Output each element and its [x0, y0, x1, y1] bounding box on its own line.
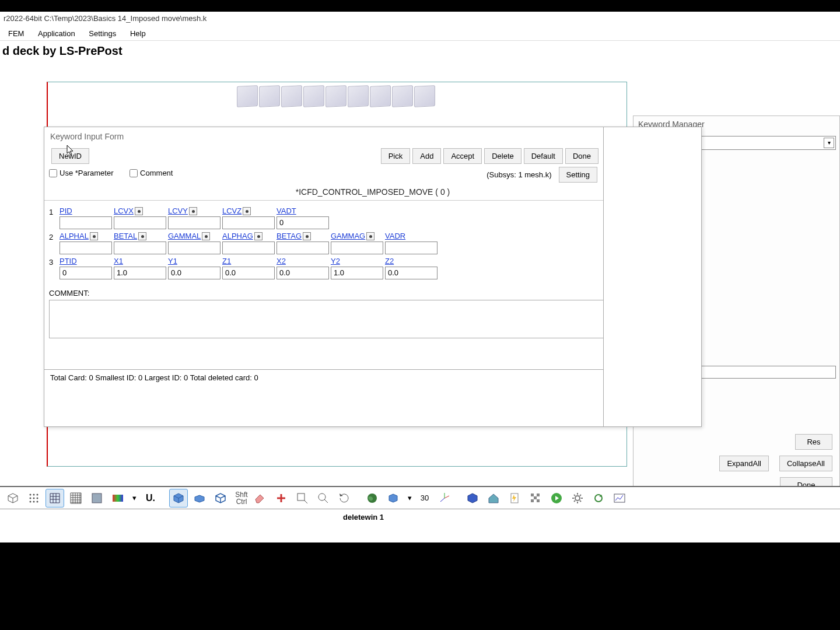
link-dot-icon[interactable]	[366, 232, 374, 240]
link-dot-icon[interactable]	[243, 207, 251, 215]
zoom-box-icon[interactable]	[293, 489, 312, 508]
field-label-ptid[interactable]: PTID	[60, 257, 77, 267]
field-input-x2[interactable]	[276, 267, 329, 279]
unreferenced-icon[interactable]: U.	[141, 489, 160, 508]
field-input-z2[interactable]	[385, 267, 438, 279]
field-label-lcvy[interactable]: LCVY	[168, 206, 188, 216]
link-dot-icon[interactable]	[254, 232, 262, 240]
field-label-pid[interactable]: PID	[60, 206, 72, 216]
field-input-ptid[interactable]	[60, 267, 112, 279]
field-label-alphag[interactable]: ALPHAG	[222, 232, 253, 242]
lightning-file-icon[interactable]	[505, 489, 524, 508]
comment-textarea[interactable]: ▲ ▼	[49, 300, 696, 338]
delete-button[interactable]: Delete	[484, 148, 522, 164]
mesh-grid-icon[interactable]	[46, 489, 64, 508]
field-label-x2[interactable]: X2	[276, 257, 286, 267]
field-label-betag[interactable]: BETAG	[276, 232, 302, 242]
field-label-x1[interactable]: X1	[114, 257, 123, 267]
link-dot-icon[interactable]	[135, 207, 143, 215]
comment-checkbox[interactable]: Comment	[130, 169, 173, 177]
axes-icon[interactable]	[435, 489, 454, 508]
entity-list-pane[interactable]	[603, 127, 701, 426]
field-label-z1[interactable]: Z1	[222, 257, 231, 267]
field-input-alphag[interactable]	[222, 242, 275, 254]
solid-cube-icon[interactable]	[169, 489, 188, 508]
menu-help[interactable]: Help	[124, 28, 152, 39]
rotate-icon[interactable]	[335, 489, 354, 508]
field-input-alphal[interactable]	[60, 242, 112, 254]
blue-cube-icon[interactable]	[463, 489, 482, 508]
wireframe-cube-icon[interactable]	[4, 489, 22, 508]
field-input-vadt[interactable]	[276, 216, 329, 229]
field-input-lcvx[interactable]	[114, 216, 166, 229]
globe-icon[interactable]	[363, 489, 382, 508]
newid-button[interactable]: NewID	[51, 148, 89, 164]
plus-icon[interactable]	[272, 489, 290, 508]
view-cube-icon[interactable]	[326, 85, 346, 107]
field-input-betal[interactable]	[114, 242, 166, 254]
color-contour-icon[interactable]	[108, 489, 127, 508]
home-icon[interactable]	[484, 489, 503, 508]
angle-value[interactable]: 30	[416, 489, 433, 508]
field-label-gammag[interactable]: GAMMAG	[331, 232, 365, 242]
field-input-z1[interactable]	[222, 267, 275, 279]
field-label-y2[interactable]: Y2	[331, 257, 340, 267]
field-label-y1[interactable]: Y1	[168, 257, 177, 267]
link-dot-icon[interactable]	[138, 232, 146, 240]
done-button[interactable]: Done	[565, 148, 598, 164]
link-dot-icon[interactable]	[189, 207, 197, 215]
pick-button[interactable]: Pick	[381, 148, 411, 164]
chart-window-icon[interactable]	[610, 489, 629, 508]
link-dot-icon[interactable]	[202, 232, 210, 240]
link-dot-icon[interactable]	[90, 232, 98, 240]
field-input-vadr[interactable]	[385, 242, 438, 254]
menu-application[interactable]: Application	[32, 28, 81, 39]
field-label-z2[interactable]: Z2	[385, 257, 394, 267]
dropdown-icon[interactable]: ▾	[405, 489, 414, 508]
field-label-lcvx[interactable]: LCVX	[114, 206, 134, 216]
field-input-x1[interactable]	[114, 267, 166, 279]
view-cube-icon[interactable]	[370, 85, 391, 107]
zoom-search-icon[interactable]	[314, 489, 332, 508]
field-label-alphal[interactable]: ALPHAL	[60, 232, 89, 242]
dropdown-icon[interactable]: ▾	[130, 489, 139, 508]
points-icon[interactable]	[24, 489, 43, 508]
field-input-lcvy[interactable]	[168, 216, 220, 229]
link-dot-icon[interactable]	[303, 232, 311, 240]
half-cube-icon[interactable]	[190, 489, 209, 508]
accept-button[interactable]: Accept	[443, 148, 482, 164]
setting-button[interactable]: Setting	[559, 167, 597, 183]
use-parameter-checkbox[interactable]: Use *Parameter	[49, 169, 113, 177]
view-cube-icon[interactable]	[259, 85, 280, 107]
eraser-icon[interactable]	[251, 489, 270, 508]
field-input-gammag[interactable]	[331, 242, 383, 254]
play-icon[interactable]	[547, 489, 566, 508]
field-input-pid[interactable]	[60, 216, 112, 229]
view-cube-icon[interactable]	[392, 85, 413, 107]
menu-fem[interactable]: FEM	[2, 28, 30, 39]
view-cube-icon[interactable]	[303, 85, 324, 107]
field-label-vadr[interactable]: VADR	[385, 232, 405, 242]
add-button[interactable]: Add	[412, 148, 441, 164]
checker-icon[interactable]	[526, 489, 545, 508]
field-label-vadt[interactable]: VADT	[276, 206, 296, 216]
shaded-mesh-icon[interactable]	[88, 489, 106, 508]
reset-button[interactable]: Res	[795, 434, 832, 450]
chevron-down-icon[interactable]: ▾	[824, 138, 834, 148]
field-input-y1[interactable]	[168, 267, 220, 279]
default-button[interactable]: Default	[524, 148, 563, 164]
field-label-lcvz[interactable]: LCVZ	[222, 206, 242, 216]
field-input-lcvz[interactable]	[222, 216, 275, 229]
refresh-gear-icon[interactable]	[589, 489, 608, 508]
view-cube-icon[interactable]	[281, 85, 302, 107]
view-cube-icon[interactable]	[237, 85, 258, 107]
gear-icon[interactable]	[568, 489, 587, 508]
outline-cube-icon[interactable]	[211, 489, 230, 508]
field-input-betag[interactable]	[276, 242, 329, 254]
expand-all-button[interactable]: ExpandAll	[719, 456, 769, 471]
perspective-cube-icon[interactable]	[384, 489, 402, 508]
field-input-y2[interactable]	[331, 267, 383, 279]
field-label-betal[interactable]: BETAL	[114, 232, 137, 242]
menu-settings[interactable]: Settings	[83, 28, 122, 39]
field-label-gammal[interactable]: GAMMAL	[168, 232, 201, 242]
